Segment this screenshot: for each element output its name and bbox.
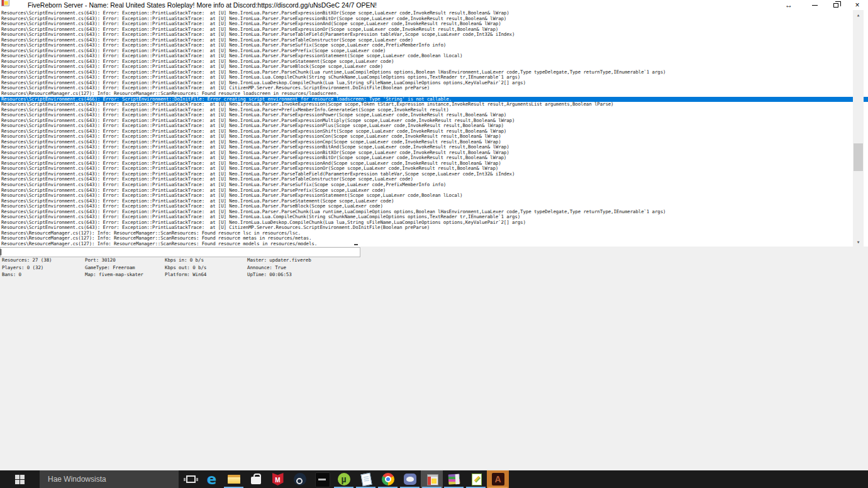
log-scrollbar[interactable]: ▲ ▼: [853, 10, 864, 247]
taskbar-app-edge[interactable]: e: [201, 470, 223, 488]
taskbar-app-fivereborn[interactable]: [421, 470, 443, 488]
restore-icon: [833, 3, 838, 8]
taskbar-apps: eMµA: [201, 470, 509, 488]
status-cell: Kbps out: 0 b/s: [165, 265, 206, 270]
dark-app-icon: [314, 472, 330, 487]
restore-button[interactable]: [825, 0, 847, 10]
taskbar-app-notepad-plus[interactable]: [465, 470, 487, 488]
resize-cursor-icon: ↔: [785, 1, 793, 9]
desktop-screen: FiveReborn Server - Name: Real United St…: [0, 0, 868, 488]
text-artifact: [354, 244, 358, 245]
windows-logo-icon: [15, 475, 25, 484]
taskbar-app-discord[interactable]: [399, 470, 421, 488]
utorrent-glyph: µ: [337, 472, 352, 487]
console-lower-panel: Resources: 27 (38)Port: 30120Kbps in: 0 …: [0, 247, 868, 470]
taskbar-app-steam[interactable]: [289, 470, 311, 488]
status-row: Players: 0 (32)GameType: FreeroamKbps ou…: [0, 265, 868, 272]
text-caret: [1, 249, 1, 255]
app-window-icon: [0, 0, 10, 7]
close-button[interactable]: ×: [847, 0, 868, 10]
status-cell: Announce: True: [247, 265, 286, 270]
log-lines: Resources\ScriptEnvironment.cs(643): Err…: [0, 11, 868, 247]
chrome-icon: [381, 472, 396, 487]
winrar-icon: [447, 472, 462, 487]
start-button[interactable]: [0, 470, 40, 488]
fivereborn-icon: [425, 472, 440, 487]
flash-app-icon: A: [491, 472, 506, 487]
discord-icon: [403, 472, 418, 487]
mcafee-icon: M: [270, 472, 286, 487]
taskbar-app-dark-app[interactable]: [311, 470, 333, 488]
search-placeholder: Hae Windowsista: [48, 475, 106, 484]
taskbar-app-notepad[interactable]: [355, 470, 377, 488]
status-cell: UpTime: 00:06:53: [247, 272, 292, 277]
status-cell: Platform: Win64: [165, 272, 206, 277]
status-cell: Players: 0 (32): [2, 265, 43, 270]
flash-app-glyph: A: [491, 472, 506, 487]
taskbar-app-winrar[interactable]: [443, 470, 465, 488]
minimize-button[interactable]: [804, 0, 825, 10]
edge-icon: e: [204, 472, 220, 487]
window-controls: ×: [804, 0, 868, 10]
scroll-up-icon[interactable]: ▲: [853, 10, 864, 19]
store-icon: [248, 472, 264, 487]
status-cell: Kbps in: 0 b/s: [165, 257, 204, 263]
file-explorer-icon: [226, 472, 242, 487]
mcafee-glyph: M: [270, 472, 286, 487]
taskbar-app-file-explorer[interactable]: [223, 470, 245, 488]
taskbar-app-mcafee[interactable]: M: [267, 470, 289, 488]
status-cell: Master: updater.fivereb: [247, 257, 311, 263]
window-title: FiveReborn Server - Name: Real United St…: [28, 1, 377, 9]
status-cell: Map: fivem-map-skater: [85, 272, 143, 277]
status-row: Bans: 0Map: fivem-map-skaterPlatform: Wi…: [0, 272, 868, 279]
scroll-down-icon[interactable]: ▼: [853, 237, 864, 247]
notepad-plus-icon: [469, 472, 484, 487]
taskbar-app-flash-app[interactable]: A: [487, 470, 509, 488]
taskbar-search[interactable]: Hae Windowsista: [40, 470, 179, 488]
taskbar-app-store[interactable]: [245, 470, 267, 488]
notepad-icon: [359, 472, 374, 487]
task-view-button[interactable]: [181, 470, 200, 488]
window-titlebar[interactable]: FiveReborn Server - Name: Real United St…: [0, 0, 868, 10]
taskbar-app-utorrent[interactable]: µ: [333, 470, 355, 488]
taskbar: Hae Windowsista eMµA Työpöytä » ∧ 17.35 …: [0, 470, 868, 488]
command-input[interactable]: [0, 247, 360, 257]
edge-glyph: e: [204, 472, 220, 487]
status-cell: GameType: Freeroam: [85, 265, 135, 270]
minimize-icon: [812, 5, 818, 6]
task-view-icon: [186, 475, 196, 483]
status-cell: Bans: 0: [2, 272, 21, 277]
status-cell: Resources: 27 (38): [2, 257, 52, 263]
scrollbar-thumb[interactable]: [854, 143, 863, 171]
taskbar-app-chrome[interactable]: [377, 470, 399, 488]
server-log-list[interactable]: Resources\ScriptEnvironment.cs(643): Err…: [0, 10, 868, 247]
log-line[interactable]: Resources\ResourceManager.cs(127): Info:…: [0, 241, 868, 247]
steam-icon: [292, 472, 308, 487]
utorrent-icon: µ: [337, 472, 352, 487]
status-cell: Port: 30120: [85, 257, 116, 263]
status-row: Resources: 27 (38)Port: 30120Kbps in: 0 …: [0, 257, 868, 264]
